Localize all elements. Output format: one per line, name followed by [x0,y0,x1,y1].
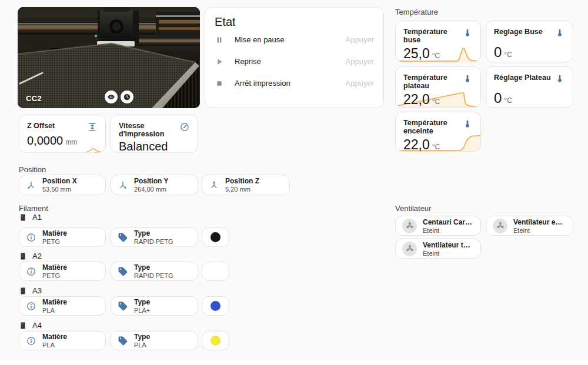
stop-press-button[interactable]: Appuyer [346,79,374,88]
info-icon [26,301,36,312]
position-y-card[interactable]: Position Y 264,00 mm [111,175,198,195]
card-title: Température plateau [403,73,462,90]
temp-value: 0°C [494,44,565,61]
eye-icon[interactable] [105,91,118,103]
card-title: Température enceinte [403,119,462,135]
action-label: Mise en pause [235,35,346,44]
print-speed-card[interactable]: Vitesse d'impression Balanced [111,115,198,153]
z-offset-card[interactable]: Z Offset 0,0000mm [19,115,106,153]
position-y-label: Position Y [134,177,168,185]
temp-value: 0°C [494,90,565,106]
height-icon [87,122,98,132]
filament-a2-matiere-card[interactable]: Matière PETG [19,262,106,281]
pause-icon [215,35,229,45]
card-title: Réglage Plateau [494,73,551,82]
matiere-value: PLA [42,341,67,349]
gauge-icon [179,122,190,132]
camera-label: CC2 [26,94,42,103]
thermometer-icon [462,73,473,84]
type-label: Type [134,263,173,272]
slot-name-text: A3 [32,286,42,295]
temp-card-reglage-buse[interactable]: Reglage Buse 0°C [486,21,573,62]
fan-icon [402,219,417,233]
etat-title: Etat [215,15,374,29]
fan-label: Ventilateur tête d'imp [423,241,474,249]
matiere-label: Matière [42,229,67,237]
ventilateur-header: Ventilateur [395,204,431,213]
type-value: PLA [134,341,150,349]
filament-header: Filament [19,204,48,213]
fan-tete-card[interactable]: Ventilateur tête d'imp Éteint [395,239,481,259]
print-speed-value: Balanced [119,140,190,153]
thermometer-icon [462,28,473,38]
fan-icon [402,242,417,256]
filament-a4-type-card[interactable]: Type PLA [111,331,198,350]
cartridge-icon [19,252,27,260]
temp-card-plateau[interactable]: Température plateau 22,0°C [395,66,481,108]
camera-feed[interactable]: CC2 [18,7,200,108]
thermometer-icon [462,119,473,129]
matiere-value: PETG [42,238,67,245]
pause-press-button[interactable]: Appuyer [346,35,374,44]
filament-a3-matiere-card[interactable]: Matière PLA [19,296,106,316]
type-value: PLA+ [134,307,150,314]
filament-slot-a1: A1 [19,213,42,222]
filament-a2-type-card[interactable]: Type RAPID PETG [111,262,198,281]
card-title: Z Offset [27,122,55,130]
temp-card-reglage-plateau[interactable]: Réglage Plateau 0°C [486,66,573,108]
filament-a4-matiere-card[interactable]: Matière PLA [19,331,106,350]
sparkline [86,148,102,152]
matiere-value: PLA [42,307,67,314]
tag-icon [118,336,128,346]
matiere-label: Matière [42,263,67,272]
position-z-value: 5,20 mm [225,186,259,193]
position-x-label: Position X [42,177,77,185]
pause-row[interactable]: Mise en pause Appuyer [215,29,374,51]
filament-a3-color-card[interactable] [202,296,229,316]
tag-icon [118,232,128,243]
clock-icon[interactable] [121,91,133,103]
temp-card-enceinte[interactable]: Température enceinte 22,0°C [395,112,481,152]
filament-a2-color-card[interactable] [202,262,229,281]
stop-row[interactable]: Arrêt impression Appuyer [215,72,374,94]
position-x-card[interactable]: Position X 53,50 mm [19,175,106,195]
filament-a1-type-card[interactable]: Type RAPID PETG [111,227,198,247]
resume-press-button[interactable]: Appuyer [346,57,374,66]
filament-color-swatch [211,301,220,311]
filament-slot-a2: A2 [19,252,42,260]
action-label: Reprise [235,57,346,66]
filament-a3-type-card[interactable]: Type PLA+ [111,296,198,316]
fan-status: Éteint [423,250,474,257]
matiere-label: Matière [42,333,67,341]
thermometer-icon [554,73,565,84]
type-label: Type [134,229,173,237]
cartridge-icon [19,213,27,222]
resume-row[interactable]: Reprise Appuyer [215,51,374,72]
filament-a1-color-card[interactable] [202,227,229,247]
type-value: RAPID PETG [134,238,173,245]
temp-value: 22,0°C [403,92,473,108]
filament-a1-matiere-card[interactable]: Matière PETG [19,227,106,247]
axis-z-icon [209,180,219,190]
etat-card: Etat Mise en pause Appuyer Reprise Appuy… [205,7,384,108]
fan-enceinte-card[interactable]: Ventilateur enceinte Eteint [486,216,573,236]
info-icon [26,232,36,243]
card-title: Reglage Buse [494,28,543,36]
position-y-value: 264,00 mm [134,186,168,193]
temp-card-buse[interactable]: Température buse 25,0°C [395,21,481,62]
card-title: Vitesse d'impression [119,122,179,138]
filament-a4-color-card[interactable] [202,331,229,350]
thermometer-icon [554,28,565,38]
play-icon [215,57,229,66]
action-label: Arrêt impression [235,79,346,88]
matiere-label: Matière [42,298,67,306]
fan-icon [493,219,507,233]
filament-slot-a4: A4 [19,321,42,330]
position-z-card[interactable]: Position Z 5,20 mm [202,175,290,195]
fan-auxiliary-card[interactable]: Centauri Carbon 2 Auxiliar… Eteint [395,216,481,236]
info-icon [26,336,36,346]
fan-label: Ventilateur enceinte [513,218,566,226]
slot-name-text: A2 [32,252,42,260]
z-offset-value: 0,0000mm [27,134,98,148]
type-label: Type [134,333,150,341]
